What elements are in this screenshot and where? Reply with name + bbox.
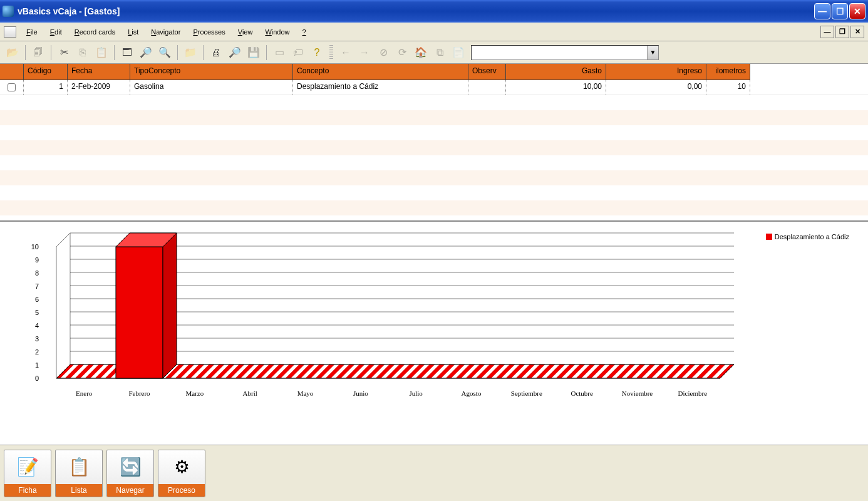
mdi-close-button[interactable]: ✕ [850, 26, 864, 38]
svg-text:7: 7 [35, 282, 39, 290]
nav-stop-icon: ⊘ [375, 44, 392, 61]
grid-header-row: Código Fecha TipoConcepto Concepto Obser… [0, 64, 868, 80]
menubar: File Edit Record cards List Navigator Pr… [0, 23, 868, 41]
grid-header-concepto[interactable]: Concepto [293, 64, 468, 80]
toolbar: 📂 🗐 ✂ ⎘ 📋 🗔 🔎 🔍 📁 🖨 🔎 💾 ▭ 🏷 ? ← → ⊘ ⟳ 🏠 … [0, 41, 868, 64]
chevron-down-icon[interactable]: ▼ [647, 46, 658, 59]
open-icon: 📂 [4, 44, 21, 61]
svg-marker-33 [163, 233, 177, 378]
print-icon[interactable]: 🖨 [207, 44, 225, 61]
tab-proceso[interactable]: ⚙ Proceso [158, 450, 205, 497]
svg-text:Diciembre: Diciembre [678, 390, 708, 397]
grid-header-km[interactable]: ilometros [706, 64, 750, 80]
tab-navegar[interactable]: 🔄 Navegar [106, 450, 154, 497]
svg-text:5: 5 [35, 309, 39, 316]
cell-gasto: 10,00 [506, 80, 606, 95]
zoom-icon[interactable]: 🔍 [156, 44, 173, 61]
cell-concepto: Desplazamiento a Cádiz [293, 80, 468, 95]
svg-text:Septiembre: Septiembre [511, 390, 542, 397]
chart-legend: Desplazamiento a Cádiz [766, 233, 849, 240]
nav-misc-icon: ⧉ [431, 44, 448, 61]
menu-record-cards[interactable]: Record cards [68, 26, 121, 38]
menu-list[interactable]: List [121, 26, 145, 38]
mdi-restore-button[interactable]: ❐ [835, 26, 849, 38]
window-title: vBasics vCaja - [Gastos] [18, 6, 814, 16]
list-icon: 📋 [68, 450, 90, 484]
svg-text:2: 2 [35, 348, 39, 356]
close-button[interactable]: ✕ [849, 3, 865, 19]
menu-help[interactable]: ? [296, 26, 313, 38]
app-icon [3, 6, 14, 17]
grid-header-codigo[interactable]: Código [24, 64, 68, 80]
svg-text:Febrero: Febrero [128, 390, 150, 397]
tab-lista-label: Lista [56, 484, 102, 497]
legend-label: Desplazamiento a Cádiz [775, 233, 849, 240]
menu-processes[interactable]: Processes [187, 26, 231, 38]
svg-text:Noviembre: Noviembre [622, 390, 653, 397]
nav-forward-icon: → [356, 44, 373, 61]
cell-codigo: 1 [24, 80, 68, 95]
menu-view[interactable]: View [232, 26, 259, 38]
svg-text:Abril: Abril [243, 390, 257, 397]
svg-text:Junio: Junio [353, 390, 368, 397]
search-combo[interactable]: ▼ [471, 45, 659, 60]
nav-refresh-icon: ⟳ [393, 44, 411, 61]
search-input[interactable] [472, 46, 647, 59]
titlebar: vBasics vCaja - [Gastos] — ☐ ✕ [0, 0, 868, 23]
cell-ingreso: 0,00 [606, 80, 706, 95]
table-row[interactable]: 1 2-Feb-2009 Gasolina Desplazamiento a C… [0, 80, 868, 95]
menu-navigator[interactable]: Navigator [145, 26, 187, 38]
svg-text:Marzo: Marzo [185, 390, 204, 397]
svg-text:Mayo: Mayo [297, 390, 314, 397]
svg-text:4: 4 [35, 322, 39, 329]
cell-km: 10 [706, 80, 750, 95]
svg-text:10: 10 [31, 243, 39, 250]
chart-area: Desplazamiento a Cádiz 012345678910Enero… [0, 220, 868, 445]
maximize-button[interactable]: ☐ [832, 3, 848, 19]
svg-text:Agosto: Agosto [462, 390, 482, 397]
form-icon [4, 26, 16, 38]
paste-icon: 📋 [93, 44, 110, 61]
home-icon[interactable]: 🏠 [412, 44, 430, 61]
grid-header-tipo[interactable]: TipoConcepto [130, 64, 293, 80]
grid-header-checkbox[interactable] [0, 64, 24, 80]
cut-icon[interactable]: ✂ [55, 44, 73, 61]
row-checkbox[interactable] [0, 80, 24, 95]
tab-ficha[interactable]: 📝 Ficha [4, 450, 51, 497]
legend-swatch [766, 234, 772, 240]
svg-text:6: 6 [35, 296, 39, 303]
mdi-minimize-button[interactable]: — [820, 26, 834, 38]
gear-icon: ⚙ [174, 450, 190, 484]
nav-back-icon: ← [337, 44, 354, 61]
svg-text:1: 1 [35, 361, 39, 369]
print-preview-icon[interactable]: 🔎 [226, 44, 244, 61]
find-icon[interactable]: 🔎 [137, 44, 155, 61]
navigate-icon: 🔄 [120, 450, 142, 484]
svg-text:Octubre: Octubre [571, 390, 593, 397]
grid-header-observ[interactable]: Observ [468, 64, 506, 80]
cell-tipo: Gasolina [130, 80, 293, 95]
rect-icon: ▭ [271, 44, 288, 61]
menu-edit[interactable]: Edit [44, 26, 68, 38]
form-icon: 📝 [17, 450, 39, 484]
window-icon[interactable]: 🗔 [118, 44, 136, 61]
svg-text:8: 8 [35, 269, 39, 277]
bottom-tab-bar: 📝 Ficha 📋 Lista 🔄 Navegar ⚙ Proceso [0, 445, 868, 501]
help-icon[interactable]: ? [308, 44, 326, 61]
menu-file[interactable]: File [20, 26, 44, 38]
tab-lista[interactable]: 📋 Lista [55, 450, 103, 497]
svg-text:Julio: Julio [409, 390, 423, 397]
data-grid: Código Fecha TipoConcepto Concepto Obser… [0, 64, 868, 220]
copy-icon: ⎘ [74, 44, 91, 61]
svg-text:9: 9 [35, 256, 39, 264]
grid-header-fecha[interactable]: Fecha [68, 64, 130, 80]
chart-plot: 012345678910EneroFebreroMarzoAbrilMayoJu… [25, 240, 739, 403]
menu-file-label: ile [31, 28, 38, 36]
save-icon: 💾 [245, 44, 262, 61]
grid-header-gasto[interactable]: Gasto [506, 64, 606, 80]
tab-ficha-label: Ficha [4, 484, 51, 497]
toolbar-grip [329, 45, 333, 60]
grid-header-ingreso[interactable]: Ingreso [606, 64, 706, 80]
menu-window[interactable]: Window [259, 26, 296, 38]
minimize-button[interactable]: — [814, 3, 830, 19]
